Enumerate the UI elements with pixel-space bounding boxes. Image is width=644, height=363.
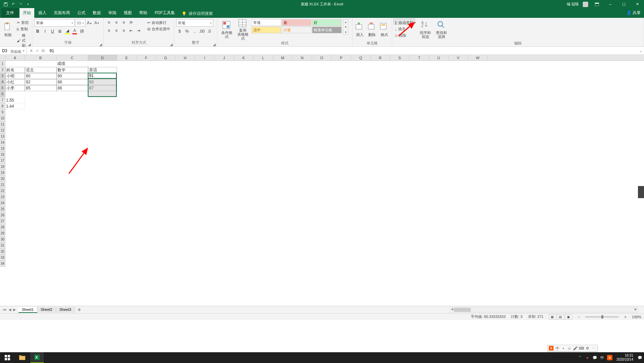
column-header-L[interactable]: L (254, 55, 273, 61)
column-header-A[interactable]: A (5, 55, 25, 61)
close-icon[interactable]: ✕ (633, 1, 642, 8)
ime-toolbar[interactable]: S 中 • ☺ 🎤 ⌨ ⚙ ⋯ (547, 345, 598, 352)
column-header-K[interactable]: K (234, 55, 254, 61)
cell-styles-gallery[interactable]: 常规 差 好 适中 计算 检查单元格 (252, 19, 342, 33)
zoom-out-icon[interactable]: − (578, 315, 580, 319)
row-header-7[interactable]: 7 (0, 97, 5, 103)
column-header-Q[interactable]: Q (351, 55, 371, 61)
tab-pdf-tools[interactable]: PDF工具集 (151, 8, 178, 18)
font-name-select[interactable]: 宋体▾ (34, 19, 75, 27)
ime-lang-icon[interactable]: 中 (555, 346, 560, 351)
maximize-icon[interactable]: ▢ (619, 1, 629, 8)
row-header-30[interactable]: 30 (0, 237, 5, 243)
column-header-F[interactable]: F (137, 55, 156, 61)
ribbon-display-options-icon[interactable] (592, 1, 602, 8)
tab-data[interactable]: 数据 (89, 8, 104, 18)
row-header-24[interactable]: 24 (0, 200, 5, 206)
sheet-tab-sheet2[interactable]: Sheet2 (37, 307, 56, 313)
sheet-tab-sheet3[interactable]: Sheet3 (56, 307, 75, 313)
accounting-format-icon[interactable]: $ (176, 28, 183, 35)
column-header-T[interactable]: T (410, 55, 429, 61)
file-explorer-button[interactable] (15, 352, 29, 363)
tab-formulas[interactable]: 公式 (74, 8, 89, 18)
row-header-32[interactable]: 32 (0, 249, 5, 255)
user-name[interactable]: 城 冠嘻 (567, 2, 579, 7)
tab-view[interactable]: 视图 (120, 8, 135, 18)
cell-C5[interactable]: 86 (56, 85, 88, 91)
column-header-O[interactable]: O (312, 55, 332, 61)
column-header-V[interactable]: V (449, 55, 468, 61)
row-header-13[interactable]: 13 (0, 134, 5, 140)
style-normal[interactable]: 常规 (252, 19, 281, 26)
format-cells-button[interactable]: 格式 (379, 19, 390, 40)
italic-button[interactable]: I (42, 28, 48, 35)
increase-indent-icon[interactable]: ⇥ (135, 27, 142, 34)
row-header-23[interactable]: 23 (0, 194, 5, 200)
fill-color-button[interactable]: ◢ (64, 28, 71, 35)
sheet-tab-sheet1[interactable]: Sheet1 (18, 307, 37, 313)
clipboard-launcher-icon[interactable]: ◢ (28, 42, 31, 46)
row-header-31[interactable]: 31 (0, 243, 5, 249)
column-header-D[interactable]: D (88, 55, 117, 61)
add-sheet-button[interactable]: ⊕ (75, 307, 83, 312)
increase-font-icon[interactable]: A▲ (86, 20, 93, 26)
border-button[interactable]: ⊞ (56, 28, 63, 35)
zoom-slider[interactable] (585, 316, 619, 318)
tray-chat-icon[interactable]: 💬 (592, 355, 598, 360)
scroll-left-icon[interactable]: ◀ (450, 307, 454, 311)
scroll-right-icon[interactable]: ▶ (634, 307, 638, 311)
merge-center-button[interactable]: ⊟合并后居中 (146, 26, 172, 32)
tray-record-icon[interactable]: ● (585, 355, 590, 360)
tab-help[interactable]: 帮助 (136, 8, 151, 18)
row-header-10[interactable]: 10 (0, 115, 5, 121)
undo-icon[interactable]: ↶ (11, 2, 15, 7)
view-page-layout-icon[interactable]: ▤ (557, 314, 564, 320)
style-calc[interactable]: 计算 (282, 27, 311, 33)
row-header-17[interactable]: 17 (0, 158, 5, 164)
cell-A4[interactable]: 小红 (5, 79, 25, 85)
row-header-19[interactable]: 19 (0, 170, 5, 176)
align-center-icon[interactable]: ≡ (113, 27, 120, 34)
save-icon[interactable] (3, 2, 8, 7)
cut-button[interactable]: ✂剪切 (15, 20, 30, 26)
cell-B5[interactable]: 85 (25, 85, 56, 91)
select-all-button[interactable] (0, 55, 5, 61)
delete-cells-button[interactable]: 删除 (367, 19, 377, 40)
row-header-22[interactable]: 22 (0, 188, 5, 194)
font-launcher-icon[interactable]: ◢ (99, 42, 103, 46)
cell-C2[interactable]: 数学 (56, 67, 88, 73)
share-button[interactable]: 👤 共享 (627, 10, 641, 16)
phonetic-button[interactable]: 拼 (79, 28, 85, 35)
sheet-nav-first-icon[interactable]: ⏮ (3, 307, 6, 312)
scroll-thumb[interactable] (454, 308, 471, 312)
row-header-5[interactable]: 5 (0, 85, 5, 91)
cell-C4[interactable]: 88 (56, 79, 88, 85)
ime-keyboard-icon[interactable]: ⌨ (579, 346, 584, 351)
enter-formula-icon[interactable]: ✓ (36, 48, 39, 53)
column-header-I[interactable]: I (195, 55, 215, 61)
row-header-28[interactable]: 28 (0, 224, 5, 230)
row-header-29[interactable]: 29 (0, 230, 5, 237)
column-header-R[interactable]: R (371, 55, 390, 61)
row-header-3[interactable]: 3 (0, 73, 5, 79)
tab-review[interactable]: 审阅 (105, 8, 120, 18)
column-header-E[interactable]: E (117, 55, 137, 61)
number-launcher-icon[interactable]: ◢ (213, 42, 216, 46)
zoom-level[interactable]: 100% (632, 315, 641, 319)
tray-chevron-icon[interactable]: ˄ (577, 355, 583, 360)
row-header-27[interactable]: 27 (0, 218, 5, 224)
tab-insert[interactable]: 插入 (35, 8, 50, 18)
row-header-33[interactable]: 33 (0, 255, 5, 261)
notification-center-icon[interactable]: 💬 (637, 355, 643, 360)
alignment-launcher-icon[interactable]: ◢ (170, 42, 173, 46)
cell-A2[interactable]: 姓名 (5, 67, 25, 73)
column-header-J[interactable]: J (215, 55, 234, 61)
qat-dropdown-icon[interactable]: ▾ (26, 2, 30, 7)
font-color-button[interactable]: A (71, 28, 78, 35)
align-right-icon[interactable]: ≡ (120, 27, 127, 34)
clear-button[interactable]: ◇清除 (394, 33, 417, 38)
styles-scroll-down-icon[interactable]: ▾ (343, 25, 348, 29)
view-normal-icon[interactable]: ▦ (549, 314, 556, 320)
conditional-format-button[interactable]: 条件格式 (219, 19, 234, 40)
underline-button[interactable]: U (49, 28, 56, 35)
